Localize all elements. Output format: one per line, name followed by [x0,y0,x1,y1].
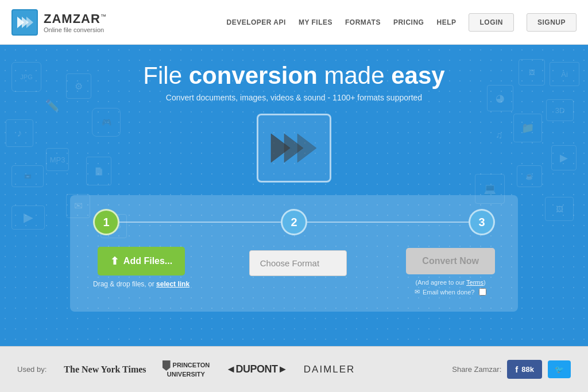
fi-pencil: ✏️ [43,96,62,115]
email-checkbox[interactable] [479,288,486,296]
brand-nyt: The New York Times [64,364,146,375]
fi-image-r: 🖼 [519,59,545,86]
drag-drop-text: Drag & drop files, or select link [93,280,189,288]
fi-music2: ♫ [493,128,505,143]
center-logo [257,114,331,183]
steps-container: 1 2 3 ⬆ Add Files... Drag & drop files, … [70,195,518,312]
logo-area: ZAMZAR™ Online file conversion [11,9,107,36]
select-link[interactable]: select link [156,280,189,288]
logo-icon [11,9,38,36]
format-selector[interactable]: Choose Format [249,250,347,276]
main-nav: DEVELOPER API MY FILES FORMATS PRICING H… [226,13,577,32]
facebook-icon: f [515,364,518,374]
upload-icon: ⬆ [110,255,119,267]
step2-action: Choose Format [249,250,347,276]
steps-track: 1 2 3 [93,209,495,235]
fi-play-r: ▶ [551,145,577,170]
nav-developer-api[interactable]: DEVELOPER API [226,18,285,26]
step-circle-3: 3 [469,209,495,235]
step1-action: ⬆ Add Files... Drag & drop files, or sel… [93,247,189,288]
svg-marker-2 [26,17,33,28]
twitter-share-button[interactable]: 🐦 [548,360,571,378]
fi-music1: ♪ [6,119,33,147]
share-label: Share Zamzar: [452,365,501,374]
hero-title: File conversion made easy [143,62,444,90]
fi-document: 📄 [86,157,111,185]
fi-3d: 3D [546,99,574,121]
steps-actions: ⬆ Add Files... Drag & drop files, or sel… [93,247,495,296]
step3-action: Convert Now (And agree to our Terms) ✉ E… [406,248,495,296]
convert-now-button[interactable]: Convert Now [406,248,495,274]
facebook-share-button[interactable]: f 88k [507,360,542,379]
brand-logos: The New York Times PRINCETONUNIVERSITY ◄… [64,360,355,378]
convert-info: (And agree to our Terms) [416,279,486,286]
nav-my-files[interactable]: MY FILES [299,18,332,26]
login-button[interactable]: LOGIN [469,13,514,32]
fi-mp3: MP3 [46,148,69,171]
terms-link[interactable]: Terms [466,279,483,286]
fi-img-r2: 🖼 [545,197,574,221]
brand-daimler: DAIMLER [304,364,355,375]
fi-cup: ☕ [517,165,542,187]
email-icon: ✉ [415,288,420,296]
step-circle-1: 1 [93,209,119,235]
signup-button[interactable]: SIGNUP [527,13,577,32]
twitter-icon: 🐦 [555,365,564,374]
nav-pricing[interactable]: PRICING [393,18,424,26]
logo-text: ZAMZAR™ Online file conversion [44,11,107,33]
fi-pie: ◕ [487,85,513,111]
used-by-label: Used by: [17,365,47,374]
svg-marker-5 [297,134,316,162]
fi-folder: 📁 [513,114,542,142]
brand-dupont: ◄DUPONT► [226,363,288,375]
nav-formats[interactable]: FORMATS [345,18,381,26]
fi-ai: Ai [550,62,579,86]
add-files-button[interactable]: ⬆ Add Files... [98,247,185,275]
logo-name: ZAMZAR™ [44,11,107,26]
fi-gameboy: 🎮 [92,108,121,137]
footer: Used by: The New York Times PRINCETONUNI… [0,346,588,392]
princeton-shield-icon [163,360,171,371]
fi-settings: ⚙ [66,73,91,99]
brand-princeton: PRINCETONUNIVERSITY [163,360,210,378]
fi-jpg: JPG [11,62,41,92]
footer-left: Used by: The New York Times PRINCETONUNI… [17,360,355,378]
step-circle-2: 2 [281,209,307,235]
fi-video: ▶ [11,205,45,230]
header: ZAMZAR™ Online file conversion DEVELOPER… [0,0,588,45]
fi-cassette: 📼 [11,165,44,187]
footer-right: Share Zamzar: f 88k 🐦 [452,360,571,379]
hero-section: JPG ✏️ ♪ ⚙ 🎮 📼 MP3 📄 ▶ ✉ SVG Ai 🖼 ◕ 3D 📁… [0,45,588,346]
hero-subtitle: Convert documents, images, videos & soun… [166,93,422,102]
nav-help[interactable]: HELP [436,18,456,26]
email-row: ✉ Email when done? [415,288,487,296]
logo-subtitle: Online file conversion [44,26,107,33]
